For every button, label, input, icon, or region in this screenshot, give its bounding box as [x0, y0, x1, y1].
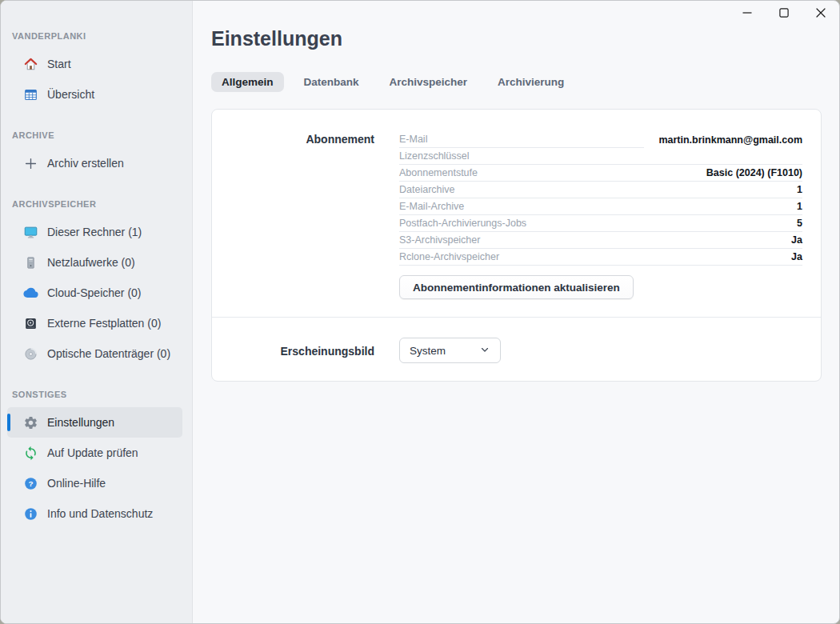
update-subscription-button[interactable]: Abonnementinformationen aktualisieren: [399, 275, 634, 299]
tab-bar: Allgemein Datenbank Archivspeicher Archi…: [211, 72, 574, 92]
plus-icon: [23, 156, 38, 171]
settings-panel: Abonnement E-Mail martin.brinkmann@gmail…: [211, 109, 822, 382]
field-row-rclone-archivspeicher: Rclone-Archivspeicher Ja: [399, 249, 802, 266]
tab-archivspeicher[interactable]: Archivspeicher: [379, 72, 478, 92]
sidebar-item-cloud-speicher[interactable]: Cloud-Speicher (0): [7, 278, 182, 308]
home-icon: [23, 57, 38, 72]
field-row-email[interactable]: E-Mail martin.brinkmann@gmail.com: [399, 131, 802, 148]
page-title: Einstellungen: [211, 27, 342, 50]
sidebar-item-label: Auf Update prüfen: [47, 446, 138, 459]
monitor-icon: [23, 225, 38, 240]
sidebar-item-optische-datentraeger[interactable]: Optische Datenträger (0): [7, 338, 182, 369]
subscription-section-label: Abonnement: [212, 131, 374, 299]
sidebar-item-label: Info und Datenschutz: [47, 507, 153, 520]
sidebar: VANDERPLANKI Start Übersicht AR: [1, 1, 193, 623]
field-label: Postfach-Archivierungs-Jobs: [399, 218, 526, 229]
sidebar-item-label: Netzlaufwerke (0): [47, 256, 135, 269]
chevron-down-icon: [479, 344, 490, 358]
field-label: E-Mail-Archive: [399, 201, 464, 212]
maximize-button[interactable]: [766, 1, 802, 26]
sidebar-section-header-archive: ARCHIVE: [12, 130, 192, 140]
field-value: 1: [797, 184, 802, 195]
field-label: Abonnementstufe: [399, 167, 478, 178]
selected-accent-bar: [7, 414, 10, 431]
sidebar-item-label: Optische Datenträger (0): [47, 347, 170, 360]
sidebar-item-label: Archiv erstellen: [47, 157, 124, 170]
field-row-dateiarchive: Dateiarchive 1: [399, 182, 802, 198]
sidebar-section-header-app: VANDERPLANKI: [12, 31, 192, 41]
tab-archivierung[interactable]: Archivierung: [487, 72, 574, 92]
network-drive-icon: [23, 255, 38, 270]
sidebar-item-label: Online-Hilfe: [47, 477, 106, 490]
field-value: Ja: [791, 234, 802, 246]
sidebar-item-label: Start: [47, 58, 71, 70]
sidebar-item-update-pruefen[interactable]: Auf Update prüfen: [7, 438, 182, 468]
field-label: Lizenzschlüssel: [399, 150, 470, 162]
sidebar-section-header-sonstiges: SONSTIGES: [12, 390, 192, 399]
field-label: S3-Archivspeicher: [399, 234, 480, 246]
field-row-abonnementstufe: Abonnementstufe Basic (2024) (F1010): [399, 165, 802, 182]
field-label: Dateiarchive: [399, 184, 454, 195]
sidebar-item-info-datenschutz[interactable]: Info und Datenschutz: [7, 498, 182, 529]
minimize-button[interactable]: [729, 1, 766, 26]
sidebar-item-uebersicht[interactable]: Übersicht: [7, 79, 182, 110]
sidebar-item-archiv-erstellen[interactable]: Archiv erstellen: [7, 148, 182, 178]
maximize-icon: [779, 6, 789, 21]
sidebar-item-label: Einstellungen: [47, 416, 114, 429]
sidebar-section-header-archivspeicher: ARCHIVSPEICHER: [12, 199, 192, 209]
field-label: Rclone-Archivspeicher: [399, 251, 499, 262]
main-content: Einstellungen Allgemein Datenbank Archiv…: [194, 1, 839, 623]
tab-datenbank[interactable]: Datenbank: [294, 72, 370, 92]
sidebar-item-einstellungen[interactable]: Einstellungen: [7, 407, 182, 438]
table-icon: [23, 87, 38, 102]
cloud-icon: [23, 286, 38, 301]
sidebar-item-dieser-rechner[interactable]: Dieser Rechner (1): [7, 217, 182, 247]
disc-icon: [23, 346, 38, 362]
appearance-dropdown[interactable]: System: [399, 338, 501, 363]
sidebar-item-externe-festplatten[interactable]: Externe Festplatten (0): [7, 308, 182, 338]
window-controls: [729, 1, 839, 28]
field-value: Basic (2024) (F1010): [706, 167, 802, 178]
sidebar-item-netzlaufwerke[interactable]: Netzlaufwerke (0): [7, 247, 182, 278]
appearance-section-label: Erscheinungsbild: [212, 338, 374, 363]
subscription-fields: E-Mail martin.brinkmann@gmail.com Lizenz…: [399, 131, 802, 299]
gear-icon: [23, 415, 38, 430]
tab-allgemein[interactable]: Allgemein: [211, 72, 284, 92]
sidebar-item-start[interactable]: Start: [7, 49, 182, 79]
hdd-icon: [23, 316, 38, 331]
minimize-icon: [742, 6, 752, 21]
field-row-postfach-jobs: Postfach-Archivierungs-Jobs 5: [399, 215, 802, 232]
field-value: Ja: [791, 251, 802, 262]
field-row-lizenzschluessel[interactable]: Lizenzschlüssel: [399, 148, 802, 165]
appearance-body: System: [399, 338, 802, 363]
sidebar-item-label: Übersicht: [47, 88, 94, 101]
close-icon: [816, 6, 826, 21]
svg-text:?: ?: [28, 478, 33, 487]
appearance-dropdown-value: System: [410, 345, 446, 357]
subscription-section: Abonnement E-Mail martin.brinkmann@gmail…: [212, 110, 821, 299]
sidebar-item-label: Externe Festplatten (0): [47, 317, 161, 330]
info-icon: [23, 506, 38, 522]
field-value: 1: [797, 201, 802, 212]
field-row-s3-archivspeicher: S3-Archivspeicher Ja: [399, 232, 802, 249]
app-window: VANDERPLANKI Start Übersicht AR: [0, 0, 840, 624]
field-value: 5: [797, 218, 802, 229]
sidebar-item-label: Dieser Rechner (1): [47, 226, 142, 238]
close-button[interactable]: [802, 1, 839, 26]
field-value: martin.brinkmann@gmail.com: [658, 134, 802, 146]
help-icon: ?: [23, 476, 38, 491]
appearance-section: Erscheinungsbild System: [212, 318, 821, 363]
field-label: E-Mail: [399, 131, 644, 148]
sidebar-item-online-hilfe[interactable]: ? Online-Hilfe: [7, 468, 182, 498]
field-row-email-archive: E-Mail-Archive 1: [399, 198, 802, 215]
refresh-icon: [23, 446, 38, 461]
sidebar-item-label: Cloud-Speicher (0): [47, 286, 142, 299]
